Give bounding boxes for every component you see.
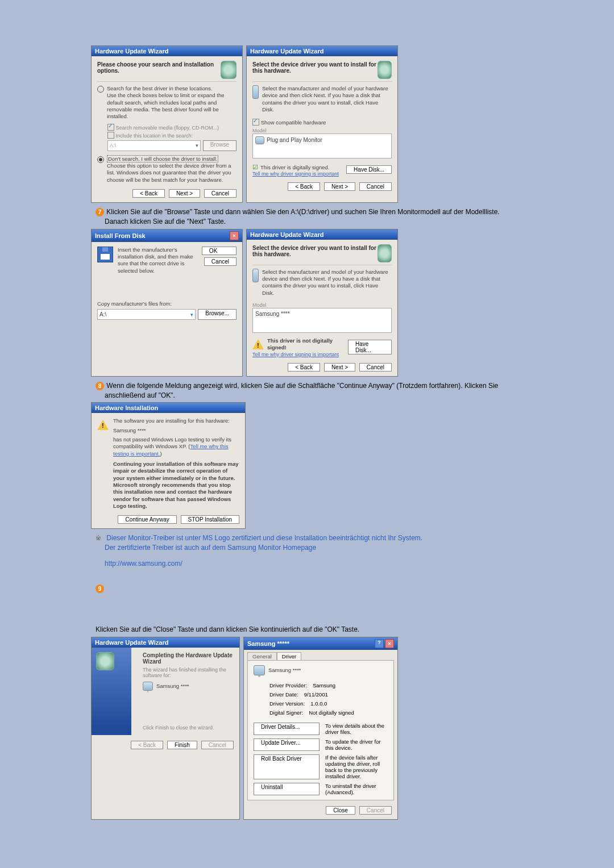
signing-link[interactable]: Tell me why driver signing is important	[252, 171, 339, 177]
title: Hardware Update Wizard	[95, 639, 169, 646]
step-number: 9	[96, 585, 104, 593]
wizard-search-options: Hardware Update Wizard Please choose you…	[91, 45, 243, 203]
rollback-driver-button[interactable]: Roll Back Driver	[254, 754, 320, 779]
hwinstall-line2: Samsung ****	[113, 427, 239, 434]
cancel-button[interactable]: Cancel	[201, 741, 234, 749]
close-icon[interactable]: ×	[230, 231, 239, 240]
radio-search[interactable]: Search for the best driver in these loca…	[97, 85, 237, 120]
radio-dont-search[interactable]: Don't search. I will choose the driver t…	[97, 156, 237, 183]
uninstall-button[interactable]: Uninstall	[254, 783, 320, 795]
checkbox-removable[interactable]	[107, 124, 114, 131]
checkbox-compatible[interactable]	[252, 119, 259, 126]
checkbox-compatible-label: Show compatible hardware	[261, 119, 326, 126]
finish-button[interactable]: Finish	[167, 741, 197, 749]
install-from-disk-dialog: Install From Disk × Insert the manufactu…	[91, 229, 243, 377]
click-finish: Click Finish to close the wizard.	[143, 725, 234, 731]
heading: Please choose your search and installati…	[97, 61, 221, 74]
title: Hardware Update Wizard	[250, 231, 324, 238]
model-item: Samsung ****	[255, 311, 290, 317]
select-driver-note: Select the manufacturer and model of you…	[262, 269, 392, 297]
driver-properties-dialog: Samsung ***** ? × General Driver Samsung…	[243, 637, 398, 820]
chip-icon	[377, 244, 392, 262]
unsigned-label: ! This driver is not digitally signed!	[252, 337, 348, 352]
have-disk-button[interactable]: Have Disk...	[346, 165, 392, 174]
checkbox-include-loc[interactable]	[107, 132, 114, 139]
model-list[interactable]: Samsung ****	[252, 308, 392, 333]
tab-driver[interactable]: Driver	[277, 652, 301, 660]
close-step-text: Klicken Sie auf die "Close" Taste und da…	[91, 625, 523, 635]
continue-anyway-button[interactable]: Continue Anyway	[118, 515, 176, 524]
next-button[interactable]: Next >	[324, 363, 355, 372]
next-button[interactable]: Next >	[169, 189, 200, 198]
radio-dont-search-note: Choose this option to select the device …	[107, 162, 237, 183]
checkbox-include-loc-label: Include this location in the search:	[116, 133, 193, 139]
close-icon[interactable]: ×	[385, 639, 394, 648]
lbl-provider: Driver Provider:	[269, 682, 307, 688]
cert-note: ※ Dieser Monitor-Treiber ist unter MS Lo…	[91, 533, 523, 553]
tab-general[interactable]: General	[247, 652, 277, 660]
uninstall-desc: To uninstall the driver (Advanced).	[325, 783, 388, 795]
next-button[interactable]: Next >	[324, 182, 355, 191]
cancel-button[interactable]: Cancel	[204, 189, 237, 198]
back-button[interactable]: < Back	[288, 182, 320, 191]
val-version: 1.0.0.0	[310, 700, 327, 707]
checkbox-removable-label: Search removable media (floppy, CD-ROM..…	[116, 125, 219, 131]
hwinstall-line3: has not passed Windows Logo testing to v…	[113, 436, 239, 457]
have-disk-button[interactable]: Have Disk...	[348, 340, 392, 354]
copy-from-field[interactable]: A:\▾	[97, 309, 196, 320]
chip-icon	[377, 61, 392, 79]
completing-device: Samsung ****	[156, 683, 189, 690]
browse-button[interactable]: Browse	[203, 140, 237, 151]
step-number: 7	[96, 208, 104, 216]
cancel-button[interactable]: Cancel	[359, 182, 392, 191]
asterisk-icon: ※	[96, 533, 101, 543]
lbl-version: Driver Version:	[269, 700, 305, 707]
model-item: Plug and Play Monitor	[267, 137, 322, 143]
monitor-icon	[252, 85, 259, 99]
floppy-icon	[97, 247, 113, 262]
step7-text: 7 Klicken Sie auf die "Browse" Taste und…	[91, 207, 523, 227]
completing-sub: The wizard has finished installing the s…	[143, 667, 234, 678]
cancel-button[interactable]: Cancel	[359, 363, 392, 372]
path-field[interactable]: A:\▾	[107, 140, 201, 151]
title: Hardware Update Wizard	[95, 48, 169, 55]
step8-text: 8 Wenn die folgende Meldung angezeigt wi…	[91, 381, 523, 400]
ok-button[interactable]: OK	[202, 247, 237, 255]
wizard-select-driver-2: Hardware Update Wizard Select the device…	[246, 229, 398, 377]
help-icon[interactable]: ?	[375, 639, 384, 648]
back-button[interactable]: < Back	[131, 741, 163, 749]
stop-installation-button[interactable]: STOP Installation	[181, 515, 239, 524]
val-date: 9/11/2001	[304, 691, 328, 698]
radio-dont-search-label: Don't search. I will choose the driver t…	[107, 155, 218, 162]
radio-search-note: Use the check boxes below to limit or ex…	[107, 92, 237, 120]
radio-search-label: Search for the best driver in these loca…	[107, 85, 212, 91]
title: Hardware Installation	[95, 404, 158, 411]
chip-icon	[221, 61, 237, 79]
cancel-button[interactable]: Cancel	[359, 806, 392, 815]
back-button[interactable]: < Back	[288, 363, 320, 372]
signing-link[interactable]: Tell me why driver signing is important	[252, 352, 348, 357]
warning-icon: !	[252, 339, 264, 349]
model-list[interactable]: Plug and Play Monitor	[252, 133, 392, 158]
driver-details-button[interactable]: Driver Details...	[254, 723, 320, 735]
signed-label: This driver is digitally signed.	[252, 163, 339, 171]
title: Hardware Update Wizard	[250, 48, 324, 55]
driver-details-desc: To view details about the driver files.	[325, 723, 388, 735]
model-label: Model	[252, 128, 392, 133]
update-driver-button[interactable]: Update Driver...	[254, 738, 320, 751]
back-button[interactable]: < Back	[132, 189, 165, 198]
titlebar: Hardware Update Wizard	[92, 46, 242, 56]
title: Samsung *****	[247, 640, 289, 647]
title: Install From Disk	[95, 232, 146, 239]
monitor-icon	[255, 136, 264, 144]
cancel-button[interactable]: Cancel	[204, 257, 237, 266]
monitor-icon	[254, 665, 265, 675]
samsung-url[interactable]: http://www.samsung.com/	[105, 560, 523, 567]
browse-button[interactable]: Browse...	[198, 309, 237, 320]
close-button[interactable]: Close	[326, 806, 355, 815]
install-disk-msg: Insert the manufacturer's installation d…	[118, 247, 197, 274]
monitor-icon	[252, 269, 259, 282]
wizard-side-art	[92, 648, 131, 735]
monitor-icon	[143, 682, 153, 691]
val-provider: Samsung	[313, 682, 335, 688]
